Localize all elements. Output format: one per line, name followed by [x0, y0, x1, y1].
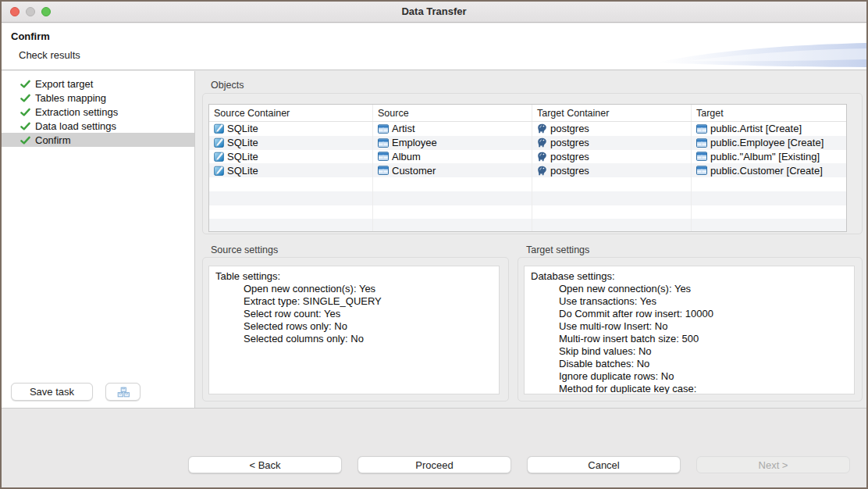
next-button[interactable]: Next >: [696, 456, 850, 473]
table-icon: [696, 124, 707, 134]
cell-source: Customer: [392, 165, 436, 177]
settings-line: Do Commit after row insert: 10000: [531, 308, 848, 320]
table-row-employee[interactable]: SQLite Employee postgres public.Employee…: [209, 136, 846, 150]
step-label: Export target: [35, 78, 93, 90]
column-header-target-container[interactable]: Target Container: [532, 105, 692, 121]
table-icon: [378, 152, 389, 161]
wizard-step-list: Export target Tables mapping Extraction …: [2, 71, 194, 147]
dialog-footer: < Back Proceed Cancel Next >: [2, 408, 866, 489]
cell-target: public."Album" [Existing]: [710, 151, 820, 162]
table-icon: [378, 124, 389, 134]
source-settings-text[interactable]: Table settings: Open new connection(s): …: [208, 266, 500, 394]
objects-section-label: Objects: [211, 80, 244, 91]
target-settings-text[interactable]: Database settings: Open new connection(s…: [524, 266, 855, 394]
sqlite-connection-icon: [214, 166, 224, 176]
check-icon: [20, 107, 30, 117]
postgres-database-icon: [537, 137, 547, 148]
objects-table-body: SQLite Artist postgres public.Artist [Cr…: [209, 122, 846, 232]
step-export-target[interactable]: Export target: [2, 77, 194, 91]
settings-line: Selected rows only: No: [215, 320, 493, 333]
settings-line: Open new connection(s): Yes: [215, 283, 493, 295]
proceed-button[interactable]: Proceed: [358, 456, 511, 473]
column-header-source-container[interactable]: Source Container: [209, 105, 373, 121]
target-settings-section-label: Target settings: [526, 244, 589, 255]
wizard-steps-sidebar: Export target Tables mapping Extraction …: [2, 71, 195, 408]
table-icon: [696, 138, 707, 148]
decorative-swoosh: [656, 23, 866, 69]
table-icon: [696, 152, 707, 161]
cell-source: Employee: [392, 137, 437, 148]
step-label: Confirm: [35, 134, 71, 146]
table-row-empty: [209, 191, 846, 205]
settings-line: Use transactions: Yes: [531, 295, 848, 308]
check-icon: [20, 121, 30, 131]
step-data-load-settings[interactable]: Data load settings: [2, 119, 194, 133]
page-subtitle: Check results: [19, 49, 80, 61]
check-icon: [20, 93, 30, 103]
objects-table-header: Source Container Source Target Container…: [209, 105, 846, 122]
column-header-source[interactable]: Source: [373, 105, 532, 121]
cancel-button[interactable]: Cancel: [527, 456, 681, 473]
sqlite-connection-icon: [214, 137, 224, 148]
check-icon: [20, 135, 30, 145]
cell-target: public.Artist [Create]: [710, 123, 802, 134]
postgres-database-icon: [537, 123, 547, 134]
cell-source-container: SQLite: [227, 137, 258, 148]
settings-line: Database settings:: [531, 270, 848, 283]
settings-line: Multi-row insert batch size: 500: [531, 333, 848, 345]
cell-target: public.Employee [Create]: [710, 137, 824, 148]
objects-groupbox: Source Container Source Target Container…: [202, 93, 863, 234]
settings-line: Method for duplicate key case:: [531, 383, 848, 394]
table-row-empty: [209, 205, 846, 220]
table-row-empty: [209, 177, 846, 191]
cell-source-container: SQLite: [227, 165, 258, 177]
settings-line: Skip bind values: No: [531, 345, 848, 358]
save-task-button[interactable]: Save task: [11, 383, 93, 401]
step-confirm[interactable]: Confirm: [2, 133, 194, 147]
postgres-database-icon: [537, 152, 547, 162]
table-row-customer[interactable]: SQLite Customer postgres public.Customer…: [209, 163, 846, 177]
table-icon: [378, 166, 389, 175]
postgres-database-icon: [537, 166, 547, 176]
table-row-album[interactable]: SQLite Album postgres public."Album" [Ex…: [209, 150, 846, 164]
table-row-empty: [209, 219, 846, 232]
settings-line: Selected columns only: No: [215, 333, 493, 345]
step-label: Data load settings: [35, 120, 116, 132]
page-title: Confirm: [11, 30, 50, 42]
table-icon: [696, 166, 707, 175]
step-tables-mapping[interactable]: Tables mapping: [2, 91, 194, 105]
settings-line: Use multi-row Insert: No: [531, 320, 848, 333]
step-label: Tables mapping: [35, 92, 106, 104]
source-settings-section-label: Source settings: [211, 244, 278, 255]
settings-line: Table settings:: [215, 270, 493, 283]
data-transfer-dialog: Data Transfer Confirm Check results Expo…: [0, 0, 868, 489]
main-panel: Objects Source Container Source Target C…: [196, 71, 868, 408]
target-settings-groupbox: Database settings: Open new connection(s…: [518, 257, 863, 402]
window-title: Data Transfer: [2, 5, 866, 17]
settings-line: Disable batches: No: [531, 358, 848, 370]
cell-target: public.Customer [Create]: [710, 165, 823, 177]
titlebar[interactable]: Data Transfer: [2, 2, 866, 23]
table-row-artist[interactable]: SQLite Artist postgres public.Artist [Cr…: [209, 122, 846, 136]
cell-target-container: postgres: [550, 123, 589, 134]
cell-target-container: postgres: [550, 165, 589, 177]
boxes-icon: [117, 387, 130, 398]
settings-line: Ignore duplicate rows: No: [531, 370, 848, 383]
check-icon: [20, 79, 30, 89]
cell-target-container: postgres: [550, 151, 589, 162]
table-icon: [378, 138, 389, 148]
cell-source-container: SQLite: [227, 123, 258, 134]
cell-source: Album: [392, 151, 421, 162]
objects-table[interactable]: Source Container Source Target Container…: [208, 104, 847, 232]
settings-line: Extract type: SINGLE_QUERY: [215, 295, 493, 308]
column-header-target[interactable]: Target: [692, 105, 846, 121]
step-extraction-settings[interactable]: Extraction settings: [2, 105, 194, 119]
cell-source-container: SQLite: [227, 151, 258, 162]
wizard-header: Confirm Check results: [2, 23, 866, 70]
cell-target-container: postgres: [550, 137, 589, 148]
cell-source: Artist: [392, 123, 415, 134]
sqlite-connection-icon: [214, 123, 224, 134]
task-variables-button[interactable]: [105, 383, 141, 401]
back-button[interactable]: < Back: [188, 456, 342, 473]
settings-line: Open new connection(s): Yes: [531, 283, 848, 295]
